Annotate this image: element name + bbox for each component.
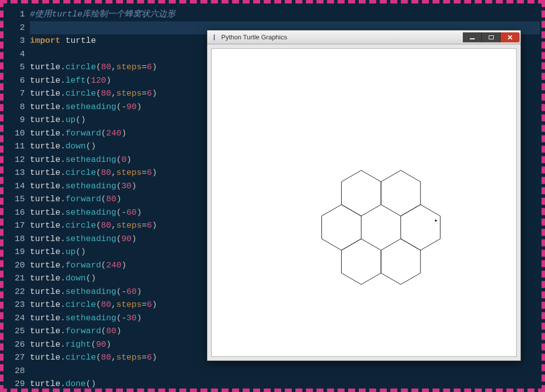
token-num: 80 xyxy=(106,326,116,336)
line-number: 25 xyxy=(5,325,25,338)
token-punct: . xyxy=(60,221,65,230)
line-number: 19 xyxy=(5,246,25,259)
token-punct: = xyxy=(141,221,146,230)
token-punct: ( xyxy=(96,300,101,309)
token-punct: ( xyxy=(86,141,91,151)
token-punct: . xyxy=(60,300,65,309)
line-number: 29 xyxy=(5,378,25,391)
token-punct: ) xyxy=(132,234,136,244)
token-func: setheading xyxy=(65,208,116,217)
token-name: turtle xyxy=(30,353,60,362)
window-title: Python Turtle Graphics xyxy=(221,33,463,41)
token-punct: ( xyxy=(101,326,106,336)
token-punct: ) xyxy=(152,62,157,72)
token-punct: . xyxy=(60,208,65,217)
line-number: 22 xyxy=(5,285,25,299)
token-punct: ) xyxy=(91,273,96,283)
code-line[interactable] xyxy=(30,365,540,378)
token-name: turtle xyxy=(30,247,60,257)
token-func: right xyxy=(65,340,91,349)
token-punct: . xyxy=(60,62,65,72)
token-punct: ( xyxy=(91,340,96,349)
token-num: 90 xyxy=(127,102,136,112)
maximize-button[interactable] xyxy=(482,32,501,42)
line-number: 28 xyxy=(5,365,25,378)
line-number: 4 xyxy=(5,48,25,61)
token-name: turtle xyxy=(30,379,60,389)
line-number: 16 xyxy=(5,206,25,220)
hexagon xyxy=(401,205,440,251)
token-name: turtle xyxy=(30,181,60,191)
token-punct: ( xyxy=(76,115,81,125)
code-line[interactable]: #使用turtle库绘制一个蜂窝状六边形 xyxy=(30,8,540,21)
token-func: up xyxy=(65,247,75,257)
token-name: turtle xyxy=(30,129,60,138)
token-punct: ( xyxy=(116,155,121,164)
token-num: 80 xyxy=(101,353,111,362)
token-punct: ) xyxy=(91,141,96,151)
minimize-button[interactable] xyxy=(463,32,482,42)
token-punct: . xyxy=(60,313,65,323)
token-punct: . xyxy=(60,353,65,362)
token-num: 6 xyxy=(147,221,152,230)
token-func: circle xyxy=(65,221,96,230)
token-punct: ) xyxy=(152,353,157,362)
token-num: 60 xyxy=(127,287,136,296)
token-func: circle xyxy=(65,300,96,309)
token-punct: ( xyxy=(96,89,101,98)
token-name: turtle xyxy=(30,102,60,112)
token-punct: ( xyxy=(101,129,106,138)
token-param: steps xyxy=(116,89,141,98)
token-punct: , xyxy=(111,300,116,309)
line-number: 20 xyxy=(5,259,25,272)
line-number: 6 xyxy=(5,74,25,88)
token-punct: ) xyxy=(81,115,86,125)
line-number-gutter: 1234567891011121314151617181920212223242… xyxy=(5,8,30,391)
window-titlebar[interactable]: | Python Turtle Graphics ✕ xyxy=(207,30,521,44)
canvas-frame: ▸ xyxy=(207,44,521,361)
token-name: turtle xyxy=(30,168,60,177)
token-num: 90 xyxy=(96,340,106,349)
token-punct: ( xyxy=(116,102,121,112)
token-punct: . xyxy=(60,129,65,138)
token-num: 240 xyxy=(106,129,122,138)
token-punct: ( xyxy=(101,261,106,270)
token-name: turtle xyxy=(30,234,60,244)
line-number: 9 xyxy=(5,114,25,127)
line-number: 5 xyxy=(5,61,25,74)
hexagon xyxy=(322,205,361,251)
token-punct: . xyxy=(60,287,65,296)
token-punct: ) xyxy=(136,208,141,217)
token-num: 240 xyxy=(106,261,122,270)
token-punct: , xyxy=(111,168,116,177)
token-func: setheading xyxy=(65,102,116,112)
token-punct: - xyxy=(122,208,127,217)
token-punct: . xyxy=(60,115,65,125)
token-punct: , xyxy=(111,89,116,98)
token-name: turtle xyxy=(30,208,60,217)
token-punct: = xyxy=(141,300,146,309)
turtle-graphics-window[interactable]: | Python Turtle Graphics ✕ ▸ xyxy=(207,30,521,361)
close-button[interactable]: ✕ xyxy=(501,32,520,42)
token-func: circle xyxy=(65,89,96,98)
token-punct: ( xyxy=(86,76,91,85)
token-punct: ( xyxy=(101,194,106,204)
token-punct: . xyxy=(60,234,65,244)
token-param: steps xyxy=(116,300,141,309)
token-punct: ) xyxy=(122,129,127,138)
token-punct: ( xyxy=(116,208,121,217)
token-num: 90 xyxy=(122,234,132,244)
token-func: left xyxy=(65,76,86,85)
token-punct: ( xyxy=(96,221,101,230)
token-punct: . xyxy=(60,340,65,349)
token-punct: ( xyxy=(86,379,91,389)
token-param: steps xyxy=(116,353,141,362)
code-line[interactable]: turtle.done() xyxy=(30,378,540,391)
token-name: turtle xyxy=(30,300,60,309)
token-punct: ( xyxy=(116,313,121,323)
token-punct: ) xyxy=(136,102,141,112)
token-punct: ( xyxy=(116,234,121,244)
token-name: turtle xyxy=(30,141,60,151)
token-punct: . xyxy=(60,155,65,164)
turtle-canvas[interactable]: ▸ xyxy=(211,48,517,357)
